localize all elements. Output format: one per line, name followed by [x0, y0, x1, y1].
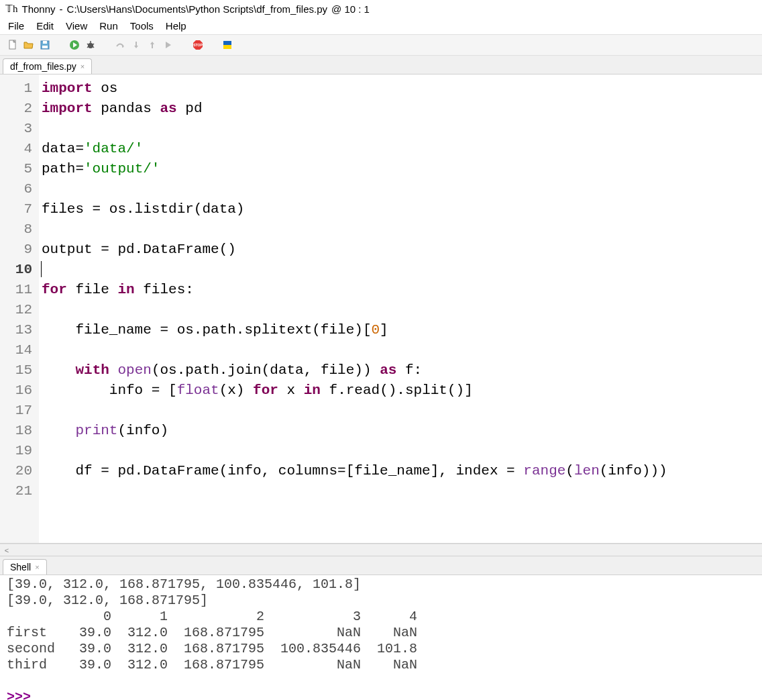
menu-edit[interactable]: Edit — [31, 19, 59, 33]
shell-line: [39.0, 312.0, 168.871795] — [7, 593, 755, 609]
line-number: 13 — [3, 320, 32, 340]
code-line[interactable]: file_name = os.path.splitext(file)[0] — [42, 320, 759, 340]
line-number: 3 — [3, 119, 32, 139]
editor[interactable]: 123456789101112131415161718192021 import… — [0, 74, 762, 544]
debug-icon[interactable] — [85, 39, 97, 51]
step-out-icon[interactable] — [146, 39, 158, 51]
svg-rect-22 — [223, 45, 231, 49]
line-number: 16 — [3, 381, 32, 401]
code-line[interactable]: import os — [42, 79, 759, 99]
shell-input-line[interactable]: >>> — [7, 689, 755, 700]
code-line[interactable]: data='data/' — [42, 139, 759, 159]
shell-line: [39.0, 312.0, 168.871795, 100.835446, 10… — [7, 577, 755, 593]
svg-marker-17 — [150, 42, 154, 44]
shell-output[interactable]: [39.0, 312.0, 168.871795, 100.835446, 10… — [0, 575, 762, 700]
file-path: C:\Users\Hans\Documents\Python Scripts\d… — [67, 3, 327, 15]
text-cursor — [41, 261, 42, 277]
code-line[interactable]: output = pd.DataFrame() — [42, 240, 759, 260]
line-number: 19 — [3, 441, 32, 461]
code-line[interactable]: path='output/' — [42, 159, 759, 179]
menu-run[interactable]: Run — [94, 19, 123, 33]
svg-marker-18 — [166, 42, 171, 48]
code-line[interactable] — [42, 179, 759, 199]
shell-tab[interactable]: Shell × — [3, 559, 47, 574]
editor-tab-bar: df_from_files.py × — [0, 56, 762, 74]
code-line[interactable]: files = os.listdir(data) — [42, 199, 759, 219]
line-number: 14 — [3, 340, 32, 360]
line-number: 15 — [3, 360, 32, 381]
close-icon[interactable]: × — [35, 563, 39, 571]
app-name: Thonny — [22, 3, 56, 15]
code-line[interactable] — [42, 119, 759, 139]
line-number: 11 — [3, 280, 32, 300]
code-line[interactable] — [42, 401, 759, 421]
shell-line: second 39.0 312.0 168.871795 100.835446 … — [7, 641, 755, 657]
line-number: 21 — [3, 481, 32, 501]
code-line[interactable] — [42, 340, 759, 360]
step-into-icon[interactable] — [130, 39, 142, 51]
close-icon[interactable]: × — [80, 62, 85, 70]
svg-rect-3 — [43, 41, 47, 44]
code-line[interactable] — [42, 219, 759, 240]
code-line[interactable] — [42, 481, 759, 501]
line-number: 12 — [3, 300, 32, 320]
shell-line: 0 1 2 3 4 — [7, 609, 755, 625]
code-line[interactable]: df = pd.DataFrame(info, columns=[file_na… — [42, 461, 759, 481]
resume-icon[interactable] — [162, 39, 174, 51]
menu-bar: FileEditViewRunToolsHelp — [0, 17, 762, 34]
save-icon[interactable] — [39, 39, 51, 51]
code-area[interactable]: import osimport pandas as pddata='data/'… — [39, 74, 762, 543]
menu-view[interactable]: View — [60, 19, 93, 33]
new-file-icon[interactable] — [7, 39, 19, 51]
line-number: 4 — [3, 139, 32, 159]
svg-line-9 — [87, 44, 89, 45]
title-sep: - — [60, 3, 63, 15]
code-line[interactable] — [42, 260, 759, 280]
line-number: 8 — [3, 219, 32, 240]
svg-point-7 — [88, 43, 93, 48]
code-line[interactable]: print(info) — [42, 421, 759, 441]
flag-icon[interactable] — [221, 39, 233, 51]
scroll-left-icon[interactable]: < — [3, 546, 11, 554]
code-line[interactable] — [42, 300, 759, 320]
svg-line-12 — [93, 46, 94, 48]
svg-line-10 — [93, 44, 94, 45]
menu-tools[interactable]: Tools — [125, 19, 159, 33]
line-number: 18 — [3, 421, 32, 441]
line-number-gutter: 123456789101112131415161718192021 — [0, 74, 39, 543]
line-number: 2 — [3, 99, 32, 119]
svg-line-11 — [87, 46, 89, 48]
line-number: 6 — [3, 179, 32, 199]
code-line[interactable]: with open(os.path.join(data, file)) as f… — [42, 360, 759, 381]
code-line[interactable]: import pandas as pd — [42, 99, 759, 119]
menu-help[interactable]: Help — [160, 19, 192, 33]
code-line[interactable] — [42, 441, 759, 461]
svg-marker-15 — [134, 46, 138, 48]
line-number: 7 — [3, 199, 32, 219]
editor-tab-label: df_from_files.py — [10, 61, 76, 72]
line-number: 10 — [3, 260, 32, 280]
shell-line: third 39.0 312.0 168.871795 NaN NaN — [7, 657, 755, 673]
open-file-icon[interactable] — [23, 39, 35, 51]
app-logo-icon: 𝕋h — [5, 3, 18, 15]
code-line[interactable]: for file in files: — [42, 280, 759, 300]
line-number: 1 — [3, 79, 32, 99]
title-bar: 𝕋h Thonny - C:\Users\Hans\Documents\Pyth… — [0, 0, 762, 17]
svg-text:STOP: STOP — [193, 43, 203, 47]
editor-tab[interactable]: df_from_files.py × — [3, 58, 92, 74]
line-number: 17 — [3, 401, 32, 421]
shell-tab-bar: Shell × — [0, 556, 762, 575]
toolbar: STOP — [0, 34, 762, 56]
code-line[interactable]: info = [float(x) for x in f.read().split… — [42, 381, 759, 401]
cursor-position: @ 10 : 1 — [331, 3, 370, 15]
shell-panel: Shell × [39.0, 312.0, 168.871795, 100.83… — [0, 556, 762, 700]
shell-line: first 39.0 312.0 168.871795 NaN NaN — [7, 625, 755, 641]
stop-icon[interactable]: STOP — [192, 39, 204, 51]
step-over-icon[interactable] — [114, 39, 126, 51]
editor-horizontal-scrollbar[interactable]: < — [0, 544, 762, 556]
svg-rect-4 — [42, 46, 48, 48]
line-number: 5 — [3, 159, 32, 179]
menu-file[interactable]: File — [3, 19, 30, 33]
svg-rect-21 — [223, 41, 231, 45]
run-icon[interactable] — [68, 39, 80, 51]
